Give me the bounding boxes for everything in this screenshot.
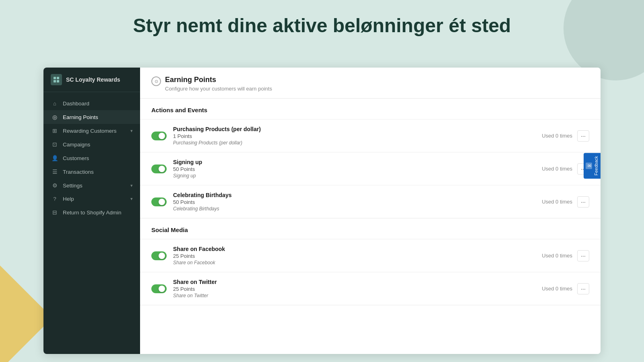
feedback-container: Feedback ✉	[584, 153, 601, 179]
toggle-track	[151, 284, 167, 293]
used-count: Used 0 times	[542, 199, 572, 205]
svg-rect-2	[54, 80, 56, 82]
page-subtitle: Configure how your customers will earn p…	[165, 86, 272, 92]
toggle-purchasing-products[interactable]	[151, 132, 167, 140]
reward-meta: Used 0 times ···	[542, 163, 589, 175]
reward-item-celebrating-birthdays: Celebrating Birthdays 50 Points Celebrat…	[140, 185, 601, 218]
used-count: Used 0 times	[542, 133, 572, 139]
reward-info-signing-up: Signing up 50 Points Signing up	[173, 159, 535, 179]
circle-icon: ◎	[51, 114, 59, 120]
sidebar-item-settings[interactable]: ⚙ Settings ▾	[43, 179, 140, 192]
more-options-button[interactable]: ···	[577, 196, 589, 208]
sidebar-item-label: Settings	[63, 183, 130, 189]
reward-item-share-twitter: Share on Twitter 25 Points Share on Twit…	[140, 272, 601, 305]
reward-item-share-facebook: Share on Facebook 25 Points Share on Fac…	[140, 239, 601, 272]
gear-icon: ⚙	[51, 182, 59, 189]
reward-meta: Used 0 times ···	[542, 283, 589, 294]
people-icon: 👤	[51, 155, 59, 161]
home-icon: ⌂	[51, 101, 59, 107]
reward-desc: Purchasing Products (per dollar)	[173, 140, 535, 146]
reward-info-share-twitter: Share on Twitter 25 Points Share on Twit…	[173, 279, 535, 298]
reward-item-signing-up: Signing up 50 Points Signing up Used 0 t…	[140, 152, 601, 185]
feedback-label: Feedback	[594, 156, 599, 175]
page-section: ⊙ Earning Points Configure how your cust…	[140, 68, 601, 354]
toggle-track	[151, 165, 167, 173]
sidebar-item-transactions[interactable]: ☰ Transactions	[43, 165, 140, 179]
toggle-signing-up[interactable]	[151, 165, 167, 173]
reward-info-purchasing-products: Purchasing Products (per dollar) 1 Point…	[173, 126, 535, 146]
section-title-actions-events: Actions and Events	[140, 99, 601, 119]
sidebar-item-help[interactable]: ? Help ▾	[43, 192, 140, 206]
app-icon	[51, 74, 62, 85]
sidebar-item-label: Transactions	[63, 169, 133, 175]
sidebar-item-label: Campaigns	[63, 142, 133, 148]
reward-item-purchasing-products: Purchasing Products (per dollar) 1 Point…	[140, 119, 601, 152]
reward-desc: Signing up	[173, 173, 535, 179]
toggle-share-facebook[interactable]	[151, 251, 167, 260]
reward-meta: Used 0 times ···	[542, 130, 589, 142]
reward-points: 50 Points	[173, 199, 535, 205]
reward-name: Celebrating Birthdays	[173, 192, 535, 198]
section-actions-events: Actions and Events Purchasing Products (…	[140, 99, 601, 218]
reward-desc: Share on Twitter	[173, 293, 535, 298]
used-count: Used 0 times	[542, 166, 572, 172]
more-options-button[interactable]: ···	[577, 130, 589, 142]
sidebar-item-return-shopify[interactable]: ⊟ Return to Shopify Admin	[43, 206, 140, 219]
reward-info-celebrating-birthdays: Celebrating Birthdays 50 Points Celebrat…	[173, 192, 535, 212]
sidebar-item-rewarding-customers[interactable]: ⊞ Rewarding Customers ▾	[43, 124, 140, 138]
page-title: Earning Points	[165, 76, 272, 84]
page-header-text: Earning Points Configure how your custom…	[165, 76, 272, 92]
svg-rect-0	[54, 77, 56, 79]
sidebar-item-label: Return to Shopify Admin	[63, 210, 133, 216]
reward-desc: Share on Facebook	[173, 260, 535, 265]
sidebar-item-label: Dashboard	[63, 101, 133, 107]
sidebar-item-campaigns[interactable]: ⊡ Campaigns	[43, 138, 140, 151]
reward-desc: Celebrating Birthdays	[173, 206, 535, 212]
sidebar-item-label: Earning Points	[63, 114, 133, 120]
sidebar-item-label: Help	[63, 196, 130, 202]
chevron-down-icon: ▾	[130, 196, 133, 202]
reward-meta: Used 0 times ···	[542, 196, 589, 208]
svg-rect-3	[57, 80, 59, 82]
section-title-social-media: Social Media	[140, 218, 601, 239]
reward-meta: Used 0 times ···	[542, 250, 589, 261]
svg-rect-1	[57, 77, 59, 79]
reward-points: 1 Points	[173, 133, 535, 139]
toggle-thumb	[159, 253, 165, 259]
feedback-button[interactable]: Feedback ✉	[584, 153, 601, 179]
more-options-button[interactable]: ···	[577, 250, 589, 261]
toggle-thumb	[159, 199, 165, 205]
used-count: Used 0 times	[542, 286, 572, 292]
app-window: SC Loyalty Rewards ⌂ Dashboard ◎ Earning…	[43, 68, 601, 354]
sidebar-item-earning-points[interactable]: ◎ Earning Points	[43, 110, 140, 124]
reward-name: Purchasing Products (per dollar)	[173, 126, 535, 132]
section-social-media: Social Media Share on Facebook 25 Points…	[140, 218, 601, 305]
sidebar-item-customers[interactable]: 👤 Customers	[43, 151, 140, 165]
sidebar-nav: ⌂ Dashboard ◎ Earning Points ⊞ Rewarding…	[43, 92, 140, 354]
toggle-track	[151, 251, 167, 260]
app-name: SC Loyalty Rewards	[66, 76, 120, 83]
sidebar: SC Loyalty Rewards ⌂ Dashboard ◎ Earning…	[43, 68, 140, 354]
main-content: ⊙ Earning Points Configure how your cust…	[140, 68, 601, 354]
grid2-icon: ⊞	[51, 128, 59, 134]
page-heading: Styr nemt dine aktive belønninger ét ste…	[0, 0, 644, 49]
help-icon: ?	[51, 196, 59, 202]
sidebar-item-dashboard[interactable]: ⌂ Dashboard	[43, 97, 140, 110]
feedback-icon: ✉	[586, 162, 592, 169]
reward-points: 50 Points	[173, 166, 535, 172]
toggle-track	[151, 132, 167, 140]
reward-name: Share on Twitter	[173, 279, 535, 285]
grid-icon	[53, 76, 60, 83]
more-options-button[interactable]: ···	[577, 283, 589, 294]
reward-points: 25 Points	[173, 286, 535, 292]
toggle-thumb	[159, 166, 165, 172]
toggle-share-twitter[interactable]	[151, 284, 167, 293]
toggle-thumb	[159, 133, 165, 139]
page-header: ⊙ Earning Points Configure how your cust…	[140, 68, 601, 99]
reward-info-share-facebook: Share on Facebook 25 Points Share on Fac…	[173, 246, 535, 265]
campaign-icon: ⊡	[51, 141, 59, 148]
toggle-celebrating-birthdays[interactable]	[151, 197, 167, 206]
chevron-down-icon: ▾	[130, 183, 133, 188]
reward-points: 25 Points	[173, 253, 535, 259]
earning-points-icon: ⊙	[151, 76, 161, 86]
